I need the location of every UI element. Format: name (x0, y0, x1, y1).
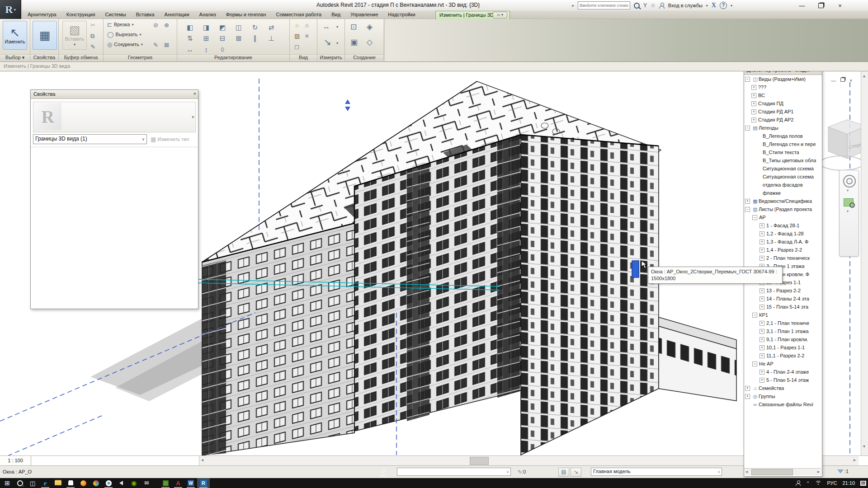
navbar-dropdown-icon[interactable]: ▾ (847, 188, 849, 192)
preview-dropdown-icon[interactable]: ▾ (192, 115, 194, 119)
tree-item-label[interactable]: 2,1 - План техниче (766, 320, 809, 326)
tree-row[interactable]: + ??? (744, 83, 821, 91)
tree-row[interactable]: В_Легенда стен и пере (744, 140, 821, 148)
edit-tool-icon[interactable]: ◩ (219, 23, 226, 32)
exchange-apps-icon[interactable]: X (712, 2, 716, 9)
taskbar-app-icon-revit[interactable]: R (197, 478, 210, 488)
tree-expander-icon[interactable]: + (760, 378, 764, 383)
panel-label-geometry[interactable]: Геометрия (104, 54, 177, 61)
create-group-icon[interactable]: ⊡ (350, 23, 357, 31)
properties-close-icon[interactable]: × (193, 91, 196, 96)
tree-item-label[interactable]: 1,3 - Фасад Л-А. Ф (766, 239, 808, 244)
render-icon[interactable]: ⌂ (305, 22, 309, 28)
match-type-icon[interactable]: ✎ (90, 44, 95, 50)
tree-item-label[interactable]: флажки (763, 190, 781, 196)
tree-item-label[interactable]: 9,1 - План кровли. (766, 337, 808, 342)
panel-label-view[interactable]: Вид (290, 54, 317, 61)
view-restore-button[interactable] (840, 78, 845, 82)
edit-tool-icon[interactable]: ⊥ (268, 34, 274, 42)
ribbon-tab[interactable]: Вставка (131, 11, 160, 19)
search-expand-icon[interactable]: ▸ (572, 3, 574, 8)
communication-icon[interactable]: Y (643, 3, 647, 8)
tree-expander-icon[interactable]: + (751, 117, 756, 122)
tree-item-label[interactable]: 1,2 - Фасад 1-28 (766, 231, 804, 236)
tree-item-label[interactable]: В_Стили текста (763, 150, 799, 155)
panel-label-clipboard[interactable]: Буфер обмена (59, 54, 103, 61)
tree-item-label[interactable]: Не АР (759, 361, 774, 366)
browser-horizontal-scrollbar[interactable]: ◂ ▸ (744, 468, 821, 475)
tree-row[interactable]: + 11,1 - Разрез 2-2 (744, 352, 821, 360)
edit-tool-icon[interactable]: ⊟ (220, 34, 226, 42)
tree-expander-icon[interactable]: + (760, 248, 764, 253)
scroll-down-icon[interactable]: ▾ (863, 444, 865, 449)
tree-item-label[interactable]: Легенды (759, 125, 778, 131)
tree-item-label[interactable]: 10,1 - Разрез 1-1 (766, 345, 805, 350)
tree-row[interactable]: В_Типы цветовых обла (744, 156, 821, 164)
tree-row[interactable]: + 10,1 - Разрез 1-1 (744, 343, 821, 352)
tree-row[interactable]: − ▥ Листы (Раздел проекта (744, 205, 821, 213)
taskbar-app-icon-firefox[interactable] (77, 478, 90, 488)
tree-expander-icon[interactable]: + (760, 288, 764, 293)
tree-row[interactable]: + 15 - План 5-14 эта (744, 303, 821, 311)
tree-item-label[interactable]: Стадия РД АР2 (758, 117, 793, 122)
section-box-icon[interactable]: ◻ (294, 44, 299, 50)
tree-item-label[interactable]: Семейства (759, 385, 784, 391)
tree-row[interactable]: − АР (744, 213, 821, 221)
type-selector[interactable]: Границы 3D вида (1)∨ (33, 134, 147, 144)
measure-dropdown-icon[interactable]: ▾ (336, 25, 338, 29)
tree-item-label[interactable]: В_Легенда стен и пере (763, 141, 816, 147)
tree-item-label[interactable]: ??? (758, 84, 766, 90)
tree-item-label[interactable]: Группы (759, 394, 775, 399)
create-parts-icon[interactable]: ◇ (367, 38, 373, 46)
notification-center-icon[interactable] (860, 481, 866, 486)
tree-row[interactable]: + 1,2 - Фасад 1-28 (744, 230, 821, 238)
tree-row[interactable]: + ВС (744, 91, 821, 99)
taskbar-search-icon[interactable] (14, 478, 26, 488)
edit-tool-icon[interactable]: ⇅ (187, 34, 193, 42)
tree-expander-icon[interactable]: + (760, 305, 764, 310)
tree-row[interactable]: отделка фасадов (744, 181, 821, 189)
taskbar-app-icon-explorer[interactable] (52, 478, 64, 488)
tree-expander-icon[interactable]: + (745, 199, 750, 204)
tree-expander-icon[interactable]: + (760, 231, 764, 236)
demolish-hammer-icon[interactable]: ⊠ (164, 42, 169, 48)
cut-geometry-button[interactable]: ⊏ Врезка▾ (107, 20, 133, 28)
tree-item-label[interactable]: ВС (758, 93, 765, 98)
properties-palette-header[interactable]: Свойства × (31, 90, 198, 99)
tree-item-label[interactable]: АР (759, 215, 766, 220)
edit-tool-icon[interactable]: ↕ (204, 46, 208, 53)
tree-expander-icon[interactable]: − (752, 361, 757, 366)
minimize-button[interactable]: — (797, 2, 807, 9)
tree-item-label[interactable]: 3,1 - План 1 этажа (766, 328, 809, 334)
wifi-icon[interactable] (815, 481, 821, 485)
tree-row[interactable]: + ◎ Группы (744, 392, 821, 400)
favorites-star-icon[interactable]: ☆ (651, 3, 656, 8)
tree-row[interactable]: + 5 - План 5-14 этаж (744, 376, 821, 384)
scroll-up-icon[interactable]: ▴ (863, 73, 865, 78)
tree-expander-icon[interactable]: + (745, 394, 750, 399)
restore-button[interactable] (818, 3, 824, 8)
edit-tool-icon[interactable]: ◫ (236, 23, 242, 32)
tree-expander-icon[interactable]: − (745, 126, 750, 131)
design-option-select[interactable]: Главная модель∨ (591, 468, 722, 476)
tree-row[interactable]: + 1,4 - Разрез 2-2 (744, 246, 821, 254)
ribbon-tab[interactable]: Аннотации (160, 11, 194, 19)
ribbon-tab[interactable]: Архитектура (23, 11, 61, 19)
hidden-lines-icon[interactable]: ≡ (305, 33, 309, 39)
panel-options-button[interactable]: ▭ ▾ (493, 12, 507, 19)
tree-item-label[interactable]: 5 - План 5-14 этаж (766, 377, 809, 383)
tree-expander-icon[interactable]: + (760, 223, 764, 228)
edit-tool-icon[interactable]: ↔ (187, 46, 193, 53)
edit-tool-icon[interactable]: ⊠ (236, 34, 242, 42)
tree-row[interactable]: − Не АР (744, 360, 821, 368)
tree-item-label[interactable]: отделка фасадов (763, 182, 803, 188)
paste-button[interactable]: ▧ Вставить ▾ (62, 21, 87, 50)
tree-row[interactable]: + Стадия РД АР2 (744, 116, 821, 124)
tree-item-label[interactable]: 14 - Планы 2-4 эта (766, 296, 809, 301)
measure-dropdown2-icon[interactable]: ▾ (336, 41, 338, 45)
taskbar-app-icon-mail[interactable]: ✉ (140, 478, 153, 488)
tree-expander-icon[interactable]: + (751, 109, 756, 114)
hidden-icons-chevron[interactable]: ⌃ (806, 481, 810, 486)
application-menu-button[interactable]: R ▾ (0, 0, 21, 19)
taskbar-app-icon-nvidia[interactable]: ◉ (127, 478, 140, 488)
